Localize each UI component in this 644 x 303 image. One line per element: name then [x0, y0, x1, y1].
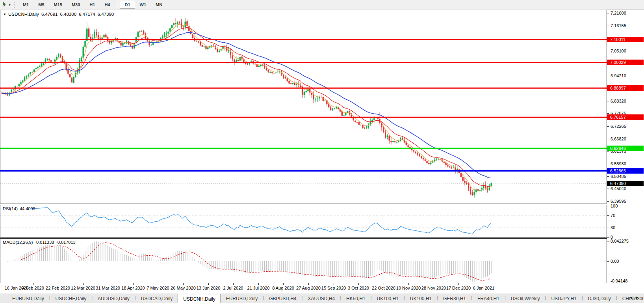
timeframe-button-h4[interactable]: H4: [100, 1, 115, 9]
axis-tick-label: 0.00: [607, 259, 619, 264]
axis-tick-label: 70: [607, 213, 615, 218]
collapse-triangle-icon[interactable]: ▼: [3, 13, 6, 16]
chart-tab-gbpusd-h4[interactable]: GBPUSD,H4: [264, 294, 301, 303]
price-level-badge: 6.52865: [607, 168, 644, 174]
time-axis[interactable]: 16 Jan 20204 Feb 202022 Feb 202012 Mar 2…: [0, 283, 644, 293]
chart-tab-uk100-h1[interactable]: UK100,H1: [372, 294, 404, 303]
timeframe-button-m1[interactable]: M1: [18, 1, 33, 9]
time-tick: [283, 283, 284, 285]
chart-tab-ger30-h1[interactable]: GER30,H1: [438, 294, 471, 303]
toolbar-separator: [117, 2, 117, 8]
rsi-label: RSI(14)44.4099: [3, 206, 37, 211]
time-tick: [384, 283, 384, 285]
axis-tick-label: 100: [607, 204, 618, 208]
price-level-badge: 6.76157: [607, 114, 644, 120]
timeframe-button-m5[interactable]: M5: [33, 1, 49, 9]
time-tick: [484, 283, 484, 285]
quote-open: 6.47691: [41, 12, 58, 17]
time-tick: [133, 283, 134, 285]
macd-value-1: -0.011338: [35, 240, 54, 245]
axis-tick-label: 7.05100: [607, 49, 626, 53]
chart-tab-usdcad-daily[interactable]: USDCAD,Daily: [136, 294, 178, 303]
axis-tick-label: 6.55930: [607, 161, 626, 166]
cursor-tool-icon[interactable]: [2, 1, 7, 9]
axis-tick-label: 6.39595: [607, 199, 626, 204]
chart-tab-xauusd-h4[interactable]: XAUUSD,H4: [303, 294, 340, 303]
price-level-badge: 7.00029: [607, 60, 644, 65]
tab-scroll-arrows: ◀▶: [629, 296, 642, 299]
axis-tick-label: 6.83320: [607, 99, 626, 103]
time-tick: [408, 283, 409, 285]
time-tick: [183, 283, 184, 285]
chart-tab-usdjpy-h1[interactable]: USDJPY,H1: [546, 294, 581, 303]
axis-tick-label: 0.042275: [607, 239, 629, 243]
time-tick: [358, 283, 359, 285]
chart-tab-dj30-daily[interactable]: DJ30,Daily: [583, 294, 616, 303]
macd-panel[interactable]: MACD(12,26,9)-0.011338-0.017013: [0, 238, 607, 283]
time-tick: [83, 283, 84, 285]
time-tick: [33, 283, 33, 285]
time-tick: [8, 283, 8, 285]
axis-tick-label: 6.45040: [607, 186, 626, 191]
axis-tick-label: 30: [607, 225, 615, 230]
tab-scroll-left-icon[interactable]: ◀: [629, 296, 636, 299]
price-axis[interactable]: 7.216007.161557.051006.942106.833206.778…: [607, 10, 644, 293]
axis-tick-label: 6.72265: [607, 124, 626, 129]
rsi-value: 44.4099: [20, 206, 35, 211]
price-level-badge: 6.88897: [607, 85, 644, 91]
rsi-name: RSI(14): [3, 206, 18, 211]
time-tick: [458, 283, 459, 285]
macd-label: MACD(12,26,9)-0.011338-0.017013: [3, 240, 78, 245]
time-tick-label: 6 Jan 2021: [467, 286, 500, 290]
time-tick: [108, 283, 108, 285]
chart-tab-eurusd-daily[interactable]: EURUSD,Daily: [221, 294, 263, 303]
chart-tabs: EURUSD,Daily|USDCHF,Daily|AUDUSD,Daily|U…: [0, 293, 644, 303]
time-tick: [334, 283, 334, 285]
macd-name: MACD(12,26,9): [3, 240, 33, 245]
symbol-title: USDCNH,Daily: [8, 12, 39, 17]
timeframe-button-d1[interactable]: D1: [120, 1, 135, 9]
chart-tab-usoil-weekly[interactable]: USOil,Weekly: [506, 294, 545, 303]
axis-tick-label: 6.66820: [607, 137, 626, 141]
price-level-badge: 6.62646: [607, 146, 644, 151]
time-tick: [58, 283, 58, 285]
macd-plot[interactable]: [0, 239, 607, 283]
toolbar-grip[interactable]: [14, 2, 15, 8]
quote-high: 6.48300: [60, 12, 76, 17]
axis-tick-label: -0.04148: [607, 279, 627, 283]
time-tick: [233, 283, 234, 285]
time-tick: [158, 283, 158, 285]
time-tick: [208, 283, 209, 285]
chart-tab-hk50-h1[interactable]: HK50,H1: [341, 294, 371, 303]
chart-tab-usdchf-daily[interactable]: USDCHF,Daily: [50, 294, 92, 303]
axis-tick-label: 7.16155: [607, 23, 626, 28]
quote-low: 6.47174: [79, 12, 95, 17]
chart-tab-fra40-h1[interactable]: FRA40,H1: [472, 294, 505, 303]
macd-value-2: -0.017013: [56, 240, 76, 245]
time-tick: [258, 283, 259, 285]
toolbar: ▼ M1M5M15M30H1H4D1W1MN: [0, 0, 644, 10]
timeframe-button-m15[interactable]: M15: [49, 1, 67, 9]
price-chart-panel[interactable]: ▼USDCNH,Daily6.476916.483006.471746.4739…: [0, 10, 607, 204]
chart-tab-eurusd-daily[interactable]: EURUSD,Daily: [7, 294, 49, 303]
chevron-down-icon[interactable]: ▼: [8, 4, 11, 6]
cursor-tool-button[interactable]: ▼: [2, 1, 11, 9]
axis-tick-label: 6.50485: [607, 174, 626, 179]
rsi-plot[interactable]: [0, 205, 607, 237]
timeframe-buttons: M1M5M15M30H1H4D1W1MN: [18, 1, 167, 9]
candlestick-plot[interactable]: [0, 10, 607, 204]
chart-tab-usdcnh-daily[interactable]: USDCNH,Daily: [178, 294, 221, 303]
price-level-badge: 7.10011: [607, 37, 644, 42]
timeframe-button-m30[interactable]: M30: [67, 1, 85, 9]
tab-scroll-right-icon[interactable]: ▶: [636, 296, 642, 299]
timeframe-button-mn[interactable]: MN: [151, 1, 167, 9]
timeframe-button-h1[interactable]: H1: [85, 1, 100, 9]
timeframe-button-w1[interactable]: W1: [135, 1, 151, 9]
time-tick: [434, 283, 434, 285]
axis-tick-label: 6.94210: [607, 73, 626, 78]
price-level-badge: 6.47390: [607, 181, 644, 186]
rsi-panel[interactable]: RSI(14)44.4099: [0, 205, 607, 238]
chart-tab-uk100-h1[interactable]: UK100,H1: [405, 294, 437, 303]
chart-tab-audusd-daily[interactable]: AUDUSD,Daily: [93, 294, 135, 303]
time-tick: [308, 283, 309, 285]
